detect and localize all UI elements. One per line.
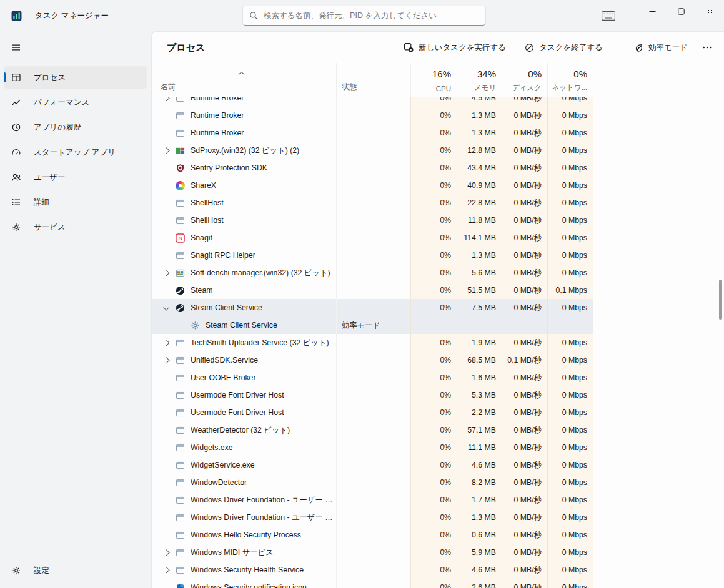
sidebar-item-performance[interactable]: パフォーマンス	[4, 91, 147, 114]
status-cell	[336, 334, 410, 351]
row-filler	[593, 474, 724, 491]
process-row[interactable]: WindowDetector0%8.2 MB0 MB/秒0 Mbps	[152, 474, 724, 491]
sidebar-item-label: ユーザー	[34, 172, 66, 183]
scrollbar-thumb[interactable]	[719, 280, 722, 320]
sidebar-item-startup-apps[interactable]: スタートアップ アプリ	[4, 141, 147, 164]
chevron-right-icon[interactable]	[162, 356, 171, 365]
column-header-disk[interactable]: 0% ディスク	[502, 63, 547, 97]
memory-cell: 8.2 MB	[457, 474, 502, 491]
process-row[interactable]: Windows Security notification icon0%2.6 …	[152, 579, 724, 588]
search-box[interactable]	[242, 6, 486, 26]
network-cell: 0 Mbps	[547, 334, 593, 351]
cpu-cell: 0%	[410, 159, 457, 177]
cpu-cell: 0%	[410, 212, 457, 229]
process-row[interactable]: Windows Driver Foundation - ユーザー モ...0%1…	[152, 491, 724, 509]
status-cell	[336, 456, 410, 474]
chevron-right-icon[interactable]	[162, 548, 171, 557]
sidebar-item-users[interactable]: ユーザー	[4, 166, 147, 189]
process-table-body: Runtime Broker0%4.5 MB0 MB/秒0 MbpsRuntim…	[152, 97, 724, 588]
process-row[interactable]: ShellHost0%11.8 MB0 MB/秒0 Mbps	[152, 212, 724, 229]
memory-cell: 5.9 MB	[457, 544, 502, 561]
column-header-memory[interactable]: 34% メモリ	[457, 63, 502, 97]
process-row[interactable]: Usermode Font Driver Host0%2.2 MB0 MB/秒0…	[152, 404, 724, 421]
process-row[interactable]: Steam Client Service効率モード	[152, 316, 724, 334]
process-row[interactable]: Runtime Broker0%4.5 MB0 MB/秒0 Mbps	[152, 97, 724, 107]
process-row[interactable]: Windows Driver Foundation - ユーザー モ...0%1…	[152, 509, 724, 526]
cpu-cell: 0%	[410, 264, 457, 282]
column-header-status[interactable]: 状態	[336, 63, 410, 97]
navigation-menu-button[interactable]	[4, 36, 147, 59]
process-row[interactable]: Soft-denchi manager.(win32) (32 ビット)0%5.…	[152, 264, 724, 282]
disk-cell: 0 MB/秒	[502, 142, 547, 159]
end-task-button[interactable]: タスクを終了する	[522, 39, 605, 57]
column-header-name[interactable]: 名前	[152, 63, 336, 97]
process-row[interactable]: Sentry Protection SDK0%43.4 MB0 MB/秒0 Mb…	[152, 159, 724, 177]
process-row[interactable]: WeatherDetector (32 ビット)0%57.1 MB0 MB/秒0…	[152, 421, 724, 439]
process-row[interactable]: Runtime Broker0%1.3 MB0 MB/秒0 Mbps	[152, 107, 724, 124]
process-row[interactable]: SdProxy.(win32) (32 ビット) (2)0%12.8 MB0 M…	[152, 142, 724, 159]
run-new-task-button[interactable]: 新しいタスクを実行する	[401, 39, 508, 57]
name-cell: Windows Driver Foundation - ユーザー モ...	[152, 509, 336, 526]
process-row[interactable]: Snagit RPC Helper0%1.3 MB0 MB/秒0 Mbps	[152, 247, 724, 264]
cpu-cell: 0%	[410, 561, 457, 579]
sidebar-item-app-history[interactable]: アプリの履歴	[4, 116, 147, 139]
network-cell: 0 Mbps	[547, 474, 593, 491]
chevron-right-icon[interactable]	[162, 97, 171, 102]
column-header-cpu[interactable]: 16% CPU	[410, 63, 457, 97]
process-row[interactable]: Widgets.exe0%11.1 MB0 MB/秒0 Mbps	[152, 439, 724, 456]
process-row[interactable]: Windows MIDI サービス0%5.9 MB0 MB/秒0 Mbps	[152, 544, 724, 561]
close-button[interactable]	[695, 0, 724, 22]
process-row[interactable]: UnifiedSDK.Service0%68.5 MB0.1 MB/秒0 Mbp…	[152, 351, 724, 369]
more-options-button[interactable]	[700, 42, 714, 52]
process-row[interactable]: Windows Hello Security Process0%0.6 MB0 …	[152, 526, 724, 544]
sidebar-item-services[interactable]: サービス	[4, 216, 147, 238]
main-header: プロセス 新しいタスクを実行する タスクを終了する 効率モード	[152, 32, 724, 63]
memory-cell: 5.6 MB	[457, 264, 502, 282]
cpu-cell: 0%	[410, 142, 457, 159]
chevron-right-icon[interactable]	[162, 146, 171, 155]
status-cell	[336, 369, 410, 386]
chevron-right-icon[interactable]	[162, 566, 171, 574]
process-row[interactable]: SSnagit0%114.1 MB0 MB/秒0 Mbps	[152, 229, 724, 247]
selection-accent-bar	[4, 72, 6, 82]
service-gear-icon	[191, 321, 200, 330]
app-window-icon	[176, 443, 185, 453]
process-row[interactable]: Runtime Broker0%1.3 MB0 MB/秒0 Mbps	[152, 124, 724, 142]
maximize-button[interactable]	[667, 0, 695, 22]
minimize-button[interactable]	[638, 0, 667, 22]
sidebar-item-settings[interactable]: 設定	[4, 559, 147, 582]
process-row[interactable]: Steam Client Service0%7.5 MB0 MB/秒0 Mbps	[152, 299, 724, 316]
process-name: Runtime Broker	[191, 111, 244, 120]
process-name: Windows MIDI サービス	[191, 547, 274, 558]
search-input[interactable]	[264, 11, 479, 20]
process-row[interactable]: ShellHost0%22.8 MB0 MB/秒0 Mbps	[152, 194, 724, 212]
name-cell: ShellHost	[152, 212, 336, 229]
name-cell: Soft-denchi manager.(win32) (32 ビット)	[152, 264, 336, 282]
column-header-network[interactable]: 0% ネットワ...	[547, 63, 593, 97]
process-row[interactable]: Windows Security Health Service0%4.6 MB0…	[152, 561, 724, 579]
app-window-icon	[176, 198, 185, 208]
sidebar-item-details[interactable]: 詳細	[4, 191, 147, 213]
status-cell	[336, 124, 410, 142]
process-name: Steam Client Service	[191, 303, 262, 312]
efficiency-mode-button[interactable]: 効率モード	[632, 39, 690, 57]
sidebar-item-processes[interactable]: プロセス	[4, 66, 147, 89]
keyboard-icon[interactable]	[602, 11, 615, 21]
process-row[interactable]: Usermode Font Driver Host0%5.3 MB0 MB/秒0…	[152, 386, 724, 404]
startup-apps-icon	[11, 147, 21, 157]
process-row[interactable]: TechSmith Uploader Service (32 ビット)0%1.9…	[152, 334, 724, 351]
window-controls	[638, 0, 724, 22]
chevron-down-icon[interactable]	[162, 303, 171, 312]
process-row[interactable]: ShareX0%40.9 MB0 MB/秒0 Mbps	[152, 177, 724, 194]
chevron-right-icon[interactable]	[162, 338, 171, 347]
app-window-icon	[176, 338, 185, 348]
chevron-placeholder	[162, 583, 171, 588]
cpu-cell: 0%	[410, 299, 457, 316]
row-filler	[593, 107, 724, 124]
process-row[interactable]: WidgetService.exe0%4.6 MB0 MB/秒0 Mbps	[152, 456, 724, 474]
row-filler	[593, 579, 724, 588]
process-row[interactable]: Steam0%51.5 MB0 MB/秒0.1 Mbps	[152, 282, 724, 299]
process-name: Usermode Font Driver Host	[191, 408, 284, 417]
process-row[interactable]: User OOBE Broker0%1.6 MB0 MB/秒0 Mbps	[152, 369, 724, 386]
chevron-right-icon[interactable]	[162, 268, 171, 277]
